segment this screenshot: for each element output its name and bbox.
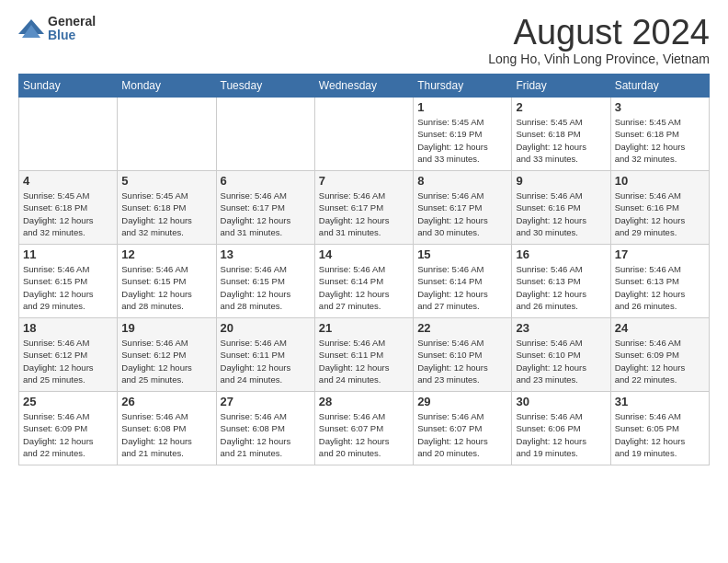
day-number: 5 [121, 174, 211, 188]
day-number: 19 [121, 321, 211, 335]
calendar-table: SundayMondayTuesdayWednesdayThursdayFrid… [18, 74, 710, 465]
day-number: 22 [417, 321, 507, 335]
day-number: 11 [23, 247, 113, 261]
day-number: 7 [319, 174, 409, 188]
calendar-cell: 12Sunrise: 5:46 AM Sunset: 6:15 PM Dayli… [118, 245, 216, 318]
calendar-cell: 24Sunrise: 5:46 AM Sunset: 6:09 PM Dayli… [610, 318, 709, 392]
day-number: 29 [417, 395, 507, 408]
day-number: 9 [516, 174, 606, 188]
day-number: 24 [615, 321, 705, 335]
day-info: Sunrise: 5:46 AM Sunset: 6:12 PM Dayligh… [121, 337, 211, 385]
day-info: Sunrise: 5:46 AM Sunset: 6:08 PM Dayligh… [221, 410, 311, 459]
calendar-cell: 15Sunrise: 5:46 AM Sunset: 6:14 PM Dayli… [414, 245, 512, 318]
calendar-cell: 3Sunrise: 5:45 AM Sunset: 6:18 PM Daylig… [610, 98, 709, 171]
day-info: Sunrise: 5:46 AM Sunset: 6:15 PM Dayligh… [221, 263, 311, 312]
month-title: August 2024 [488, 15, 710, 50]
day-number: 26 [121, 395, 211, 408]
day-info: Sunrise: 5:46 AM Sunset: 6:10 PM Dayligh… [417, 337, 507, 385]
day-number: 31 [615, 395, 705, 408]
calendar-cell [314, 98, 413, 171]
day-number: 21 [319, 321, 409, 335]
day-info: Sunrise: 5:46 AM Sunset: 6:09 PM Dayligh… [23, 410, 113, 459]
day-number: 20 [221, 321, 311, 335]
day-info: Sunrise: 5:46 AM Sunset: 6:08 PM Dayligh… [121, 410, 211, 459]
title-area: August 2024 Long Ho, Vinh Long Province,… [488, 15, 710, 66]
day-info: Sunrise: 5:46 AM Sunset: 6:12 PM Dayligh… [23, 337, 113, 385]
calendar-cell: 6Sunrise: 5:46 AM Sunset: 6:17 PM Daylig… [216, 171, 314, 245]
calendar-cell [216, 98, 314, 171]
calendar-cell: 20Sunrise: 5:46 AM Sunset: 6:11 PM Dayli… [216, 318, 314, 392]
weekday-header-cell: Sunday [19, 75, 118, 98]
day-info: Sunrise: 5:46 AM Sunset: 6:06 PM Dayligh… [516, 410, 606, 459]
calendar-cell [118, 98, 216, 171]
day-number: 23 [516, 321, 606, 335]
day-number: 2 [516, 100, 606, 114]
day-number: 12 [121, 247, 211, 261]
day-number: 17 [615, 247, 705, 261]
calendar-cell: 28Sunrise: 5:46 AM Sunset: 6:07 PM Dayli… [314, 392, 413, 465]
weekday-header-row: SundayMondayTuesdayWednesdayThursdayFrid… [19, 75, 710, 98]
day-number: 25 [23, 395, 113, 408]
day-number: 15 [417, 247, 507, 261]
calendar-cell: 29Sunrise: 5:46 AM Sunset: 6:07 PM Dayli… [414, 392, 512, 465]
calendar-cell: 30Sunrise: 5:46 AM Sunset: 6:06 PM Dayli… [512, 392, 610, 465]
calendar-cell: 10Sunrise: 5:46 AM Sunset: 6:16 PM Dayli… [610, 171, 709, 245]
weekday-header-cell: Friday [512, 75, 610, 98]
day-info: Sunrise: 5:46 AM Sunset: 6:09 PM Dayligh… [615, 337, 705, 385]
day-info: Sunrise: 5:46 AM Sunset: 6:11 PM Dayligh… [319, 337, 409, 385]
calendar-cell: 14Sunrise: 5:46 AM Sunset: 6:14 PM Dayli… [314, 245, 413, 318]
calendar-week-row: 4Sunrise: 5:45 AM Sunset: 6:18 PM Daylig… [19, 171, 710, 245]
weekday-header-cell: Wednesday [314, 75, 413, 98]
day-number: 18 [23, 321, 113, 335]
calendar-week-row: 18Sunrise: 5:46 AM Sunset: 6:12 PM Dayli… [19, 318, 710, 392]
calendar-cell [19, 98, 118, 171]
day-info: Sunrise: 5:46 AM Sunset: 6:15 PM Dayligh… [121, 263, 211, 312]
day-number: 30 [516, 395, 606, 408]
location-title: Long Ho, Vinh Long Province, Vietnam [488, 52, 710, 66]
day-info: Sunrise: 5:46 AM Sunset: 6:10 PM Dayligh… [516, 337, 606, 385]
weekday-header-cell: Monday [118, 75, 216, 98]
day-number: 8 [417, 174, 507, 188]
weekday-header-cell: Saturday [610, 75, 709, 98]
day-info: Sunrise: 5:46 AM Sunset: 6:14 PM Dayligh… [319, 263, 409, 312]
day-number: 4 [23, 174, 113, 188]
day-info: Sunrise: 5:46 AM Sunset: 6:17 PM Dayligh… [319, 190, 409, 238]
calendar-cell: 2Sunrise: 5:45 AM Sunset: 6:18 PM Daylig… [512, 98, 610, 171]
calendar-body: 1Sunrise: 5:45 AM Sunset: 6:19 PM Daylig… [19, 98, 710, 465]
day-number: 13 [221, 247, 311, 261]
day-info: Sunrise: 5:45 AM Sunset: 6:18 PM Dayligh… [23, 190, 113, 238]
calendar-cell: 22Sunrise: 5:46 AM Sunset: 6:10 PM Dayli… [414, 318, 512, 392]
calendar-cell: 5Sunrise: 5:45 AM Sunset: 6:18 PM Daylig… [118, 171, 216, 245]
calendar-cell: 19Sunrise: 5:46 AM Sunset: 6:12 PM Dayli… [118, 318, 216, 392]
calendar-cell: 4Sunrise: 5:45 AM Sunset: 6:18 PM Daylig… [19, 171, 118, 245]
day-number: 10 [615, 174, 705, 188]
day-number: 1 [417, 100, 507, 114]
day-info: Sunrise: 5:46 AM Sunset: 6:07 PM Dayligh… [417, 410, 507, 459]
header: General Blue August 2024 Long Ho, Vinh L… [18, 15, 710, 66]
day-number: 3 [615, 100, 705, 114]
calendar-cell: 9Sunrise: 5:46 AM Sunset: 6:16 PM Daylig… [512, 171, 610, 245]
calendar-cell: 27Sunrise: 5:46 AM Sunset: 6:08 PM Dayli… [216, 392, 314, 465]
day-info: Sunrise: 5:46 AM Sunset: 6:07 PM Dayligh… [319, 410, 409, 459]
day-info: Sunrise: 5:46 AM Sunset: 6:17 PM Dayligh… [221, 190, 311, 238]
calendar-cell: 16Sunrise: 5:46 AM Sunset: 6:13 PM Dayli… [512, 245, 610, 318]
day-number: 28 [319, 395, 409, 408]
calendar-cell: 21Sunrise: 5:46 AM Sunset: 6:11 PM Dayli… [314, 318, 413, 392]
weekday-header-cell: Thursday [414, 75, 512, 98]
logo-general-text: General [48, 15, 96, 29]
calendar-week-row: 1Sunrise: 5:45 AM Sunset: 6:19 PM Daylig… [19, 98, 710, 171]
calendar-cell: 23Sunrise: 5:46 AM Sunset: 6:10 PM Dayli… [512, 318, 610, 392]
weekday-header-cell: Tuesday [216, 75, 314, 98]
calendar-cell: 31Sunrise: 5:46 AM Sunset: 6:05 PM Dayli… [610, 392, 709, 465]
day-info: Sunrise: 5:46 AM Sunset: 6:13 PM Dayligh… [516, 263, 606, 312]
day-info: Sunrise: 5:46 AM Sunset: 6:11 PM Dayligh… [221, 337, 311, 385]
day-info: Sunrise: 5:45 AM Sunset: 6:19 PM Dayligh… [417, 116, 507, 165]
day-info: Sunrise: 5:46 AM Sunset: 6:16 PM Dayligh… [615, 190, 705, 238]
day-info: Sunrise: 5:46 AM Sunset: 6:14 PM Dayligh… [417, 263, 507, 312]
logo-icon [18, 16, 44, 41]
logo-blue-text: Blue [48, 29, 96, 42]
calendar-week-row: 25Sunrise: 5:46 AM Sunset: 6:09 PM Dayli… [19, 392, 710, 465]
logo: General Blue [18, 15, 96, 43]
day-info: Sunrise: 5:45 AM Sunset: 6:18 PM Dayligh… [516, 116, 606, 165]
day-info: Sunrise: 5:45 AM Sunset: 6:18 PM Dayligh… [121, 190, 211, 238]
